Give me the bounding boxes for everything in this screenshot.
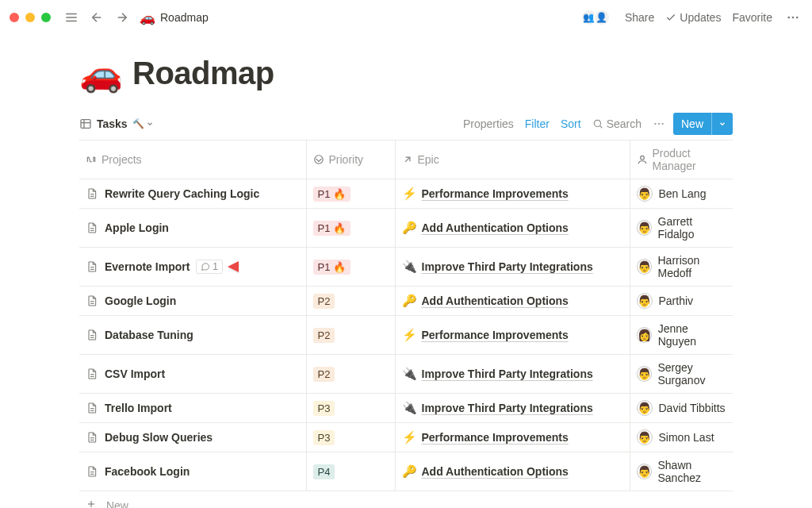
new-button-chevron[interactable] [711, 113, 733, 135]
back-icon[interactable] [87, 8, 106, 27]
column-header-priority[interactable]: Priority [306, 140, 395, 179]
page-title[interactable]: Roadmap [132, 56, 274, 91]
cell-priority[interactable]: P3 [306, 394, 395, 423]
cell-priority[interactable]: P1 🔥 [306, 248, 395, 287]
cell-pm[interactable]: 👨Sergey Surganov [630, 355, 733, 394]
view-label-text: Tasks [97, 117, 128, 130]
epic-emoji: 🔑 [402, 221, 417, 235]
cell-pm[interactable]: 👨Parthiv [630, 287, 733, 316]
table-row[interactable]: Debug Slow QueriesP3⚡Performance Improve… [79, 423, 733, 452]
cell-priority[interactable]: P2 [306, 287, 395, 316]
cell-project[interactable]: Apple Login [79, 209, 306, 248]
svg-point-11 [594, 120, 600, 126]
cell-epic[interactable]: ⚡Performance Improvements [395, 423, 630, 452]
project-title: Apple Login [105, 221, 169, 234]
priority-label: P2 [318, 329, 331, 341]
cell-project[interactable]: Facebook Login [79, 452, 306, 491]
cell-pm[interactable]: 👨Garrett Fidalgo [630, 209, 733, 248]
cell-priority[interactable]: P4 [306, 452, 395, 491]
column-header-label: Projects [102, 153, 142, 166]
svg-line-17 [405, 157, 410, 162]
relation-property-icon [402, 154, 413, 165]
table-row[interactable]: Trello ImportP3🔌Improve Third Party Inte… [79, 394, 733, 423]
presence-avatars[interactable]: 👥 👤 [580, 9, 611, 26]
cell-project[interactable]: Google Login [79, 287, 306, 316]
more-icon[interactable] [783, 8, 802, 27]
cell-pm[interactable]: 👨David Tibbitts [630, 394, 733, 423]
cell-epic[interactable]: 🔌Improve Third Party Integrations [395, 248, 630, 287]
table-row[interactable]: Evernote Import1P1 🔥🔌Improve Third Party… [79, 248, 733, 287]
project-title: Rewrite Query Caching Logic [105, 187, 259, 200]
page-icon [86, 221, 98, 234]
sort-button[interactable]: Sort [561, 117, 581, 130]
cell-project[interactable]: Evernote Import1 [79, 248, 306, 287]
cell-pm[interactable]: 👨Harrison Medoff [630, 248, 733, 287]
table-row[interactable]: Rewrite Query Caching LogicP1 🔥⚡Performa… [79, 179, 733, 209]
hamburger-icon[interactable] [62, 8, 81, 27]
column-header-projects[interactable]: Projects [79, 140, 306, 179]
column-header-epic[interactable]: Epic [395, 140, 630, 179]
priority-tag: P1 🔥 [313, 260, 351, 275]
share-button[interactable]: Share [625, 11, 654, 24]
updates-button[interactable]: Updates [665, 11, 721, 24]
cell-pm[interactable]: 👨Ben Lang [630, 179, 733, 209]
chevron-down-icon [146, 120, 154, 128]
view-selector[interactable]: Tasks 🔨 [79, 117, 154, 130]
page-icon [86, 431, 98, 444]
cell-epic[interactable]: ⚡Performance Improvements [395, 179, 630, 209]
comment-badge[interactable]: 1 [196, 260, 223, 274]
cell-project[interactable]: Debug Slow Queries [79, 423, 306, 452]
close-window-dot[interactable] [10, 13, 19, 22]
pm-avatar: 👨 [637, 293, 653, 309]
maximize-window-dot[interactable] [41, 13, 51, 22]
cell-epic[interactable]: 🔌Improve Third Party Integrations [395, 355, 630, 394]
forward-icon[interactable] [113, 8, 132, 27]
epic-emoji: 🔑 [402, 294, 417, 308]
priority-label: P3 [318, 402, 331, 414]
table-row[interactable]: Apple LoginP1 🔥🔑Add Authentication Optio… [79, 209, 733, 248]
cell-priority[interactable]: P1 🔥 [306, 209, 395, 248]
cell-epic[interactable]: 🔑Add Authentication Options [395, 287, 630, 316]
breadcrumb[interactable]: 🚗 Roadmap [140, 10, 209, 25]
table-row[interactable]: Google LoginP2🔑Add Authentication Option… [79, 287, 733, 316]
cell-pm[interactable]: 👩Jenne Nguyen [630, 316, 733, 355]
project-title: Google Login [105, 294, 176, 307]
cell-epic[interactable]: ⚡Performance Improvements [395, 316, 630, 355]
column-header-pm[interactable]: Product Manager [630, 140, 733, 179]
filter-button[interactable]: Filter [525, 117, 550, 130]
svg-point-5 [787, 17, 790, 19]
new-button[interactable]: New [673, 113, 733, 135]
page-icon [86, 187, 98, 200]
cell-priority[interactable]: P2 [306, 355, 395, 394]
epic-emoji: 🔌 [402, 367, 417, 381]
cell-pm[interactable]: 👨Simon Last [630, 423, 733, 452]
minimize-window-dot[interactable] [25, 13, 35, 22]
pm-name: Ben Lang [659, 187, 707, 200]
svg-point-15 [662, 122, 664, 124]
search-button[interactable]: Search [592, 117, 642, 130]
toolbar-more-icon[interactable] [653, 117, 665, 130]
cell-priority[interactable]: P1 🔥 [306, 179, 395, 209]
cell-pm[interactable]: 👨Shawn Sanchez [630, 452, 733, 491]
table-row[interactable]: Database TuningP2⚡Performance Improvemen… [79, 316, 733, 355]
properties-button[interactable]: Properties [463, 117, 514, 130]
cell-epic[interactable]: 🔌Improve Third Party Integrations [395, 394, 630, 423]
pm-name: Parthiv [659, 294, 694, 307]
table-row[interactable]: Facebook LoginP4🔑Add Authentication Opti… [79, 452, 733, 491]
priority-tag: P2 [313, 328, 335, 343]
table-row[interactable]: CSV ImportP2🔌Improve Third Party Integra… [79, 355, 733, 394]
cell-priority[interactable]: P2 [306, 316, 395, 355]
cell-project[interactable]: Rewrite Query Caching Logic [79, 179, 306, 209]
cell-project[interactable]: Trello Import [79, 394, 306, 423]
page-emoji[interactable]: 🚗 [79, 56, 123, 91]
pm-avatar: 👨 [637, 259, 652, 275]
cell-epic[interactable]: 🔑Add Authentication Options [395, 452, 630, 491]
cell-epic[interactable]: 🔑Add Authentication Options [395, 209, 630, 248]
cell-priority[interactable]: P3 [306, 423, 395, 452]
favorite-button[interactable]: Favorite [732, 11, 772, 24]
cell-project[interactable]: Database Tuning [79, 316, 306, 355]
new-row-label: New [106, 499, 128, 509]
new-row[interactable]: New [79, 491, 733, 509]
priority-tag: P1 🔥 [313, 187, 351, 202]
cell-project[interactable]: CSV Import [79, 355, 306, 394]
